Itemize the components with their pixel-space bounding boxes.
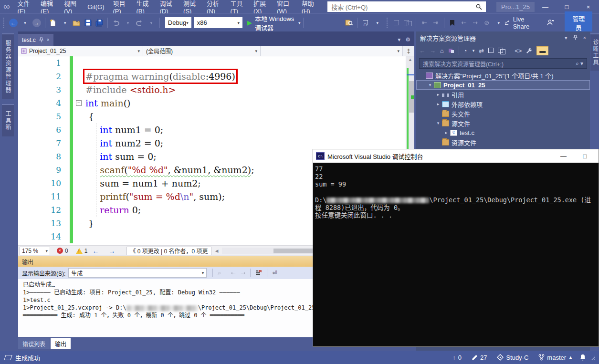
bookmark-icon[interactable]: [447, 17, 458, 29]
zoom-level-select[interactable]: 175 %▾: [20, 247, 50, 255]
increase-indent-icon[interactable]: ⇥: [431, 17, 441, 29]
active-files-dropdown-icon[interactable]: ▾: [398, 36, 400, 43]
open-file-icon[interactable]: [71, 17, 82, 29]
save-all-icon[interactable]: [94, 17, 105, 29]
pending-edits[interactable]: 27: [468, 354, 490, 361]
tree-item[interactable]: 解决方案"Project_01_25"(1 个项目/共 1 个): [416, 71, 590, 80]
tree-expander-icon[interactable]: ▾: [435, 121, 441, 125]
word-wrap-icon[interactable]: ⏎: [272, 270, 277, 276]
warning-count-icon[interactable]: [76, 248, 83, 254]
member-scope-select[interactable]: ▾: [261, 46, 403, 56]
navigate-back-dropdown[interactable]: ▾: [20, 17, 31, 29]
properties-window-icon[interactable]: [391, 17, 401, 29]
menu-item[interactable]: 生成(B): [132, 0, 156, 13]
undo-dropdown[interactable]: ▾: [123, 17, 133, 29]
feedback-person-icon[interactable]: [545, 17, 556, 29]
menu-item[interactable]: 帮助(H): [297, 0, 321, 13]
decrease-indent-icon[interactable]: ⇤: [419, 17, 430, 29]
next-issue-icon[interactable]: →: [108, 247, 115, 255]
bottom-tab-inactive[interactable]: 错误列表: [18, 338, 50, 349]
find-in-files-icon[interactable]: [344, 17, 354, 29]
quick-search-box[interactable]: 搜索 (Ctrl+Q): [327, 1, 486, 12]
menu-item[interactable]: 项目(P): [109, 0, 132, 13]
warning-count[interactable]: 1: [84, 248, 88, 254]
solution-explorer-home-icon[interactable]: ⌂: [360, 17, 371, 29]
search-icon[interactable]: [476, 4, 482, 10]
tab-close-icon[interactable]: ×: [47, 37, 50, 42]
tree-item[interactable]: ▸引用: [416, 90, 590, 99]
menu-item[interactable]: 文件(F): [13, 0, 36, 13]
panel-options-dropdown-icon[interactable]: ▾: [565, 35, 567, 41]
clear-all-icon[interactable]: [255, 270, 262, 276]
start-debugging-button[interactable]: ▶ 本地 Windows 调试器 ▾: [247, 14, 301, 32]
se-pending-changes-filter-icon[interactable]: ◔: [463, 47, 467, 54]
se-back-icon[interactable]: ←: [419, 47, 425, 54]
menu-item[interactable]: 扩展(X): [249, 0, 273, 13]
toolbar-overflow-dropdown[interactable]: ▾: [372, 17, 383, 29]
new-file-dropdown[interactable]: ▾: [60, 17, 70, 29]
scroll-up-icon[interactable]: ▲: [406, 57, 414, 62]
se-copy-icon[interactable]: [498, 47, 505, 54]
save-icon[interactable]: [83, 17, 93, 29]
bottom-tab-active[interactable]: 输出: [51, 338, 71, 349]
copy-icon[interactable]: [402, 17, 413, 29]
code-line-1[interactable]: 1: [18, 56, 414, 70]
menu-item[interactable]: Git(G): [83, 0, 108, 13]
panel-pin-icon[interactable]: [573, 35, 578, 40]
next-bookmark-icon[interactable]: ⇢: [470, 17, 481, 29]
tree-expander-icon[interactable]: ▸: [443, 130, 449, 135]
redo-icon[interactable]: [134, 17, 145, 29]
menu-item[interactable]: 视图(V): [60, 0, 83, 13]
code-line-2[interactable]: 2#pragma warning(disable:4996): [18, 70, 414, 83]
console-output[interactable]: 7722sum = 99 D:\\Project_01_25\Debug\Pro…: [313, 163, 599, 219]
minimize-button[interactable]: —: [535, 0, 556, 13]
se-sync-with-active-document-icon[interactable]: ⇄: [479, 47, 484, 54]
find-message-icon[interactable]: ⌕: [218, 270, 221, 276]
menu-item[interactable]: 工具(T): [226, 0, 249, 13]
menu-item[interactable]: 窗口(W): [273, 0, 297, 13]
code-line-5[interactable]: 5 {: [18, 110, 414, 123]
code-line-4[interactable]: 4−int main(): [18, 96, 414, 110]
tab-test-c[interactable]: test.c ×: [18, 34, 53, 46]
push-count[interactable]: ↑ 0: [449, 354, 465, 361]
tree-item[interactable]: ▾Project_01_25: [416, 80, 590, 90]
live-share-button[interactable]: Live Share: [504, 16, 535, 30]
repository-selector[interactable]: Study-C: [494, 354, 532, 361]
tree-item[interactable]: ▾源文件: [416, 118, 590, 128]
pin-icon[interactable]: [39, 37, 43, 42]
se-view-code-icon[interactable]: <>: [515, 47, 522, 54]
panel-close-icon[interactable]: ×: [583, 35, 586, 41]
menu-item[interactable]: 测试(S): [179, 0, 202, 13]
se-show-all-files-toggle[interactable]: ▬: [536, 46, 548, 55]
resize-grip[interactable]: [589, 354, 595, 360]
prev-message-icon[interactable]: ⇠: [231, 270, 236, 276]
debug-console-window[interactable]: C:\ Microsoft Visual Studio 调试控制台 — □ 77…: [313, 149, 599, 347]
split-window-handle[interactable]: ‡: [403, 46, 414, 56]
menu-item[interactable]: 调试(D): [156, 0, 179, 13]
tree-item[interactable]: 资源文件: [416, 137, 590, 147]
start-debugging-dropdown[interactable]: ▾: [298, 21, 301, 25]
clear-bookmarks-icon[interactable]: ⊘: [482, 17, 492, 29]
console-maximize-button[interactable]: □: [574, 153, 596, 160]
se-filter-dropdown-icon[interactable]: ▾: [473, 48, 475, 53]
next-message-icon[interactable]: ⇢: [241, 270, 245, 276]
menu-item[interactable]: 分析(N): [202, 0, 226, 13]
redo-dropdown[interactable]: ▾: [146, 17, 157, 29]
error-count[interactable]: 0: [65, 248, 68, 254]
solution-configuration-select[interactable]: Debug▾: [165, 17, 191, 28]
console-title-bar[interactable]: C:\ Microsoft Visual Studio 调试控制台 — □: [313, 149, 599, 163]
toolbar-grip[interactable]: [2, 18, 6, 28]
new-file-icon[interactable]: [48, 17, 58, 29]
bookmark-dropdown[interactable]: ▾: [494, 17, 504, 29]
tree-expander-icon[interactable]: ▾: [427, 83, 433, 87]
prev-issue-icon[interactable]: ←: [92, 247, 99, 255]
output-source-select[interactable]: 生成▾: [68, 268, 207, 278]
tool-window-tab[interactable]: 工具箱: [2, 104, 14, 136]
menu-item[interactable]: 编辑(E): [36, 0, 60, 13]
undo-icon[interactable]: [111, 17, 121, 29]
project-scope-select[interactable]: Project_01_25▾: [18, 46, 143, 56]
codelens-summary[interactable]: 《 0 项更改 | 0 名作者，0 项更: [126, 247, 211, 255]
se-forward-icon[interactable]: →: [430, 47, 436, 54]
console-minimize-button[interactable]: —: [553, 153, 574, 160]
se-properties-wrench-icon[interactable]: [526, 48, 532, 54]
